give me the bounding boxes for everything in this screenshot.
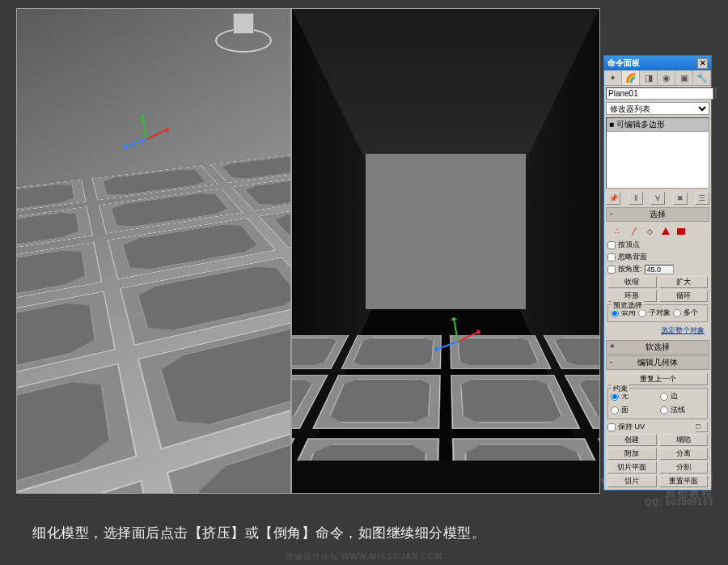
object-name-row xyxy=(604,86,711,101)
floor-tile xyxy=(543,335,600,370)
collapse-button[interactable]: 塌陷 xyxy=(659,434,709,446)
floor-edge xyxy=(292,461,599,493)
axis-x-icon[interactable] xyxy=(458,330,480,342)
svg-rect-1 xyxy=(677,228,685,235)
modifier-list-dropdown[interactable]: 修改器列表 xyxy=(606,102,709,115)
transform-gizmo[interactable] xyxy=(122,114,171,163)
constraint-group: 约束 无 边 面 法线 xyxy=(607,388,708,419)
viewport-perspective-right[interactable] xyxy=(291,8,600,494)
tutorial-caption: 细化模型，选择面后点击【挤压】或【倒角】命令，如图继续细分模型。 xyxy=(32,524,696,542)
rollout-soft-selection[interactable]: +软选择 xyxy=(606,340,709,355)
ignore-back-label: 忽略背面 xyxy=(618,252,647,262)
axis-z-icon[interactable] xyxy=(434,341,458,350)
light-target-icon xyxy=(233,13,254,34)
angle-spinner[interactable]: 45.0 xyxy=(645,265,674,274)
mod-stack-item[interactable]: ■ 可编辑多边形 xyxy=(607,118,709,132)
edge-mode-icon[interactable]: ╱ xyxy=(627,226,640,237)
create-tab-icon[interactable]: ✦ xyxy=(604,70,622,85)
loop-button[interactable]: 循环 xyxy=(659,290,709,302)
select-whole-link[interactable]: 选定整个对象 xyxy=(607,324,708,338)
rollout-selection[interactable]: -选择 xyxy=(606,207,709,222)
by-vertex-checkbox[interactable] xyxy=(607,241,616,249)
hierarchy-tab-icon[interactable]: ◨ xyxy=(640,70,658,85)
watermark: JohnnyG 原创教程 QQ: 603009163 xyxy=(600,461,713,507)
utilities-tab-icon[interactable]: 🔧 xyxy=(693,70,711,85)
polygon-mode-icon[interactable] xyxy=(659,226,672,237)
panel-title: 命令面板 xyxy=(607,57,640,69)
floor-tile xyxy=(210,153,291,183)
create-button[interactable]: 创建 xyxy=(607,434,657,446)
svg-marker-0 xyxy=(662,227,670,235)
light-object[interactable] xyxy=(207,11,280,59)
mod-stack-buttons: 📌 Ⅱ ∀ ✖ ☰ xyxy=(604,190,711,206)
floor-tile xyxy=(341,335,442,370)
room-scene xyxy=(292,9,599,493)
show-end-icon[interactable]: Ⅱ xyxy=(629,192,643,205)
close-icon[interactable]: ✕ xyxy=(697,58,708,69)
axis-y-icon[interactable] xyxy=(142,115,147,139)
axis-z-icon[interactable] xyxy=(123,138,146,148)
pin-stack-icon[interactable]: 📌 xyxy=(606,192,620,205)
floor-tile xyxy=(16,363,137,494)
floor-tile xyxy=(451,376,579,429)
motion-tab-icon[interactable]: ◉ xyxy=(658,70,675,85)
back-wall xyxy=(366,154,526,308)
modifier-stack[interactable]: ■ 可编辑多边形 xyxy=(606,117,709,189)
command-tabs: ✦ 🌈 ◨ ◉ ▣ 🔧 xyxy=(604,70,711,86)
preview-group: 预览选择 禁用 子对象 多个 xyxy=(607,304,708,322)
shrink-button[interactable]: 收缩 xyxy=(607,276,657,288)
by-vertex-label: 按顶点 xyxy=(618,240,640,250)
ignore-back-checkbox[interactable] xyxy=(607,253,616,261)
unique-icon[interactable]: ∀ xyxy=(650,192,665,205)
configure-icon[interactable]: ☰ xyxy=(695,192,709,205)
preserve-uv-checkbox[interactable] xyxy=(607,423,616,431)
preview-multi-radio[interactable] xyxy=(673,309,681,317)
attach-button[interactable]: 附加 xyxy=(607,448,657,460)
by-angle-label: 按角度: xyxy=(618,264,642,274)
panel-titlebar[interactable]: 命令面板 ✕ xyxy=(604,56,711,70)
remove-mod-icon[interactable]: ✖ xyxy=(673,192,688,205)
vertex-mode-icon[interactable]: ∴ xyxy=(611,226,624,237)
floor-grid xyxy=(16,149,291,494)
constraint-normal-radio[interactable] xyxy=(660,406,668,414)
viewport-stage xyxy=(16,8,600,494)
footer-url: 思缘设计论坛 WWW.MISSYUAN.COM xyxy=(0,551,728,563)
viewport-perspective-left[interactable] xyxy=(16,8,291,494)
modify-tab-icon[interactable]: 🌈 xyxy=(622,70,640,85)
preserve-uv-settings-icon[interactable]: □ xyxy=(695,422,708,432)
border-mode-icon[interactable]: ◇ xyxy=(643,226,656,237)
command-panel: 命令面板 ✕ ✦ 🌈 ◨ ◉ ▣ 🔧 修改器列表 ■ 可编辑多边形 📌 Ⅱ ∀ … xyxy=(603,55,712,491)
display-tab-icon[interactable]: ▣ xyxy=(675,70,693,85)
element-mode-icon[interactable] xyxy=(675,226,688,237)
floor-tile xyxy=(291,335,349,370)
rollout-edit-geometry[interactable]: -编辑几何体 xyxy=(606,355,709,370)
grow-button[interactable]: 扩大 xyxy=(659,276,709,288)
constraint-face-radio[interactable] xyxy=(611,406,619,414)
axis-x-icon[interactable] xyxy=(146,128,169,139)
transform-gizmo[interactable] xyxy=(434,316,482,365)
object-name-input[interactable] xyxy=(606,87,713,100)
axis-y-icon[interactable] xyxy=(453,317,459,342)
constraint-edge-radio[interactable] xyxy=(660,393,668,401)
object-color-swatch[interactable] xyxy=(715,87,717,99)
detach-button[interactable]: 分离 xyxy=(659,448,709,460)
subobject-icons: ∴ ╱ ◇ xyxy=(607,224,708,239)
floor-tile xyxy=(312,376,441,429)
by-angle-checkbox[interactable] xyxy=(607,266,616,274)
